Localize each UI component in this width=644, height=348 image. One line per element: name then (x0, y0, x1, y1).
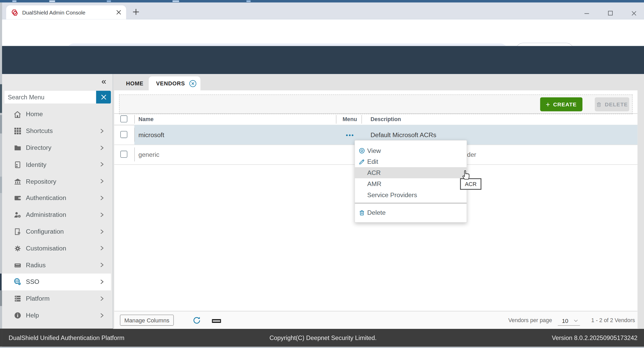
sso-globe-gear-icon (13, 278, 21, 286)
sidebar-item-radius[interactable]: Radius (0, 257, 111, 273)
column-divider (134, 115, 135, 124)
sidebar-item-sso[interactable]: SSO (0, 273, 111, 290)
context-menu-label: AMR (367, 180, 381, 188)
hand-cursor-icon (461, 168, 471, 180)
folder-icon (13, 144, 21, 152)
sidebar-item-label: Directory (26, 144, 51, 152)
tab-close-icon[interactable] (116, 10, 121, 15)
select-all-checkbox[interactable] (120, 115, 127, 122)
search-clear-button[interactable] (96, 91, 111, 103)
row-checkbox[interactable] (120, 151, 127, 158)
tab-home[interactable]: HOME (122, 76, 148, 90)
vendor-description-cell[interactable]: Default Microsoft ACRs (371, 131, 436, 139)
context-menu-item-acr[interactable]: ACR (355, 167, 467, 178)
refresh-icon[interactable] (192, 316, 201, 325)
vendor-name-cell[interactable]: microsoft (138, 131, 164, 139)
chevron-right-icon (99, 245, 105, 251)
chevron-right-icon (99, 128, 105, 134)
delete-button[interactable]: DELETE (595, 97, 629, 111)
desktop-fragment (12, 1, 17, 2)
column-header-description[interactable]: Description (371, 116, 401, 122)
create-button-label: CREATE (553, 101, 577, 107)
chevron-right-icon (99, 312, 105, 318)
acr-tooltip: ACR (460, 178, 482, 190)
vendor-description-partial[interactable]: der (467, 151, 476, 159)
server-box-icon (13, 262, 21, 269)
vendor-name-cell[interactable]: generic (138, 151, 159, 159)
chevron-down-icon (573, 318, 578, 323)
chevron-right-icon (99, 195, 105, 201)
create-button[interactable]: + CREATE (540, 97, 583, 111)
sidebar-item-label: Administration (26, 211, 66, 219)
context-menu-item-delete[interactable]: Delete (355, 207, 467, 218)
context-menu-item-edit[interactable]: Edit (355, 156, 467, 167)
new-tab-icon[interactable] (133, 9, 139, 15)
context-menu-label: View (367, 147, 381, 154)
grid-icon (13, 127, 21, 135)
gear-icon (13, 245, 21, 252)
column-header-name[interactable]: Name (138, 116, 153, 122)
sidebar-item-customisation[interactable]: Customisation (0, 240, 111, 257)
sidebar-item-administration[interactable]: Administration (0, 206, 111, 223)
sidebar-item-home[interactable]: Home (0, 106, 111, 123)
drag-handle-icon[interactable] (212, 319, 221, 323)
context-menu-label: Service Providers (367, 191, 417, 199)
row-checkbox[interactable] (120, 131, 127, 138)
context-menu-item-service-providers[interactable]: Service Providers (355, 189, 467, 201)
chevron-right-icon (99, 212, 105, 218)
row-menu-dots-icon[interactable]: ••• (346, 132, 354, 138)
sidebar-item-shortcuts[interactable]: Shortcuts (0, 123, 111, 139)
context-menu-item-view[interactable]: View (355, 145, 467, 156)
user-gear-icon (13, 211, 21, 219)
manage-columns-button[interactable]: Manage Columns (120, 315, 174, 326)
per-page-select[interactable]: 10 (558, 316, 580, 326)
sidebar-item-identity[interactable]: Identity (0, 156, 111, 173)
desktop-fragment (49, 1, 55, 2)
sidebar-item-label: Home (26, 111, 43, 118)
sidebar-item-help[interactable]: Help (0, 307, 111, 324)
browser-tab-title: DualShield Admin Console (22, 9, 116, 16)
browser-tab[interactable]: DualShield Admin Console (6, 5, 126, 19)
context-menu-label: Edit (367, 158, 378, 165)
status-footer: DualShield Unified Authentication Platfo… (2, 329, 644, 347)
sidebar-item-label: Identity (26, 161, 46, 168)
window-maximize-icon[interactable] (605, 8, 616, 18)
context-menu-item-amr[interactable]: AMR (355, 178, 467, 189)
sidebar-menu: Home Shortcuts Directory Identity Reposi… (0, 106, 111, 324)
table-border (114, 113, 637, 114)
per-page-value: 10 (562, 317, 568, 324)
document-gear-icon (13, 228, 21, 235)
footer-copyright-text: Copyright(C) Deepnet Security Limited. (2, 334, 644, 341)
sidebar-collapse-icon[interactable]: « (101, 77, 108, 85)
column-header-menu[interactable]: Menu (343, 116, 357, 122)
sidebar-item-platform[interactable]: Platform (0, 290, 111, 307)
eye-icon (359, 147, 365, 154)
sidebar-search (4, 91, 111, 103)
sidebar-item-label: Configuration (26, 228, 64, 235)
browser-tab-strip: DualShield Admin Console (2, 3, 644, 19)
chevron-right-icon (99, 229, 105, 234)
tab-vendors-close-icon[interactable] (189, 79, 197, 87)
info-icon (13, 312, 21, 319)
plus-icon: + (546, 101, 550, 108)
column-divider (134, 147, 135, 161)
window-close-icon[interactable] (628, 8, 639, 18)
sidebar-item-configuration[interactable]: Configuration (0, 223, 111, 240)
column-divider (336, 115, 337, 124)
bank-icon (13, 178, 21, 185)
context-menu-label: Delete (367, 209, 386, 216)
chevron-right-icon (99, 178, 105, 184)
browser-toolbar: demo.la.deepnetid.com:8073/dac/#/SSO/ven… (2, 19, 644, 46)
sidebar-item-authentication[interactable]: Authentication (0, 190, 111, 206)
chevron-right-icon (99, 279, 105, 285)
pencil-icon (359, 158, 365, 165)
desktop-bottom-sliver (0, 347, 644, 348)
tab-vendors[interactable]: VENDORS (149, 76, 201, 90)
search-menu-input[interactable] (4, 91, 96, 103)
window-minimize-icon[interactable] (581, 8, 592, 18)
sidebar-item-repository[interactable]: Repository (0, 173, 111, 190)
favicon-dualshield-icon (11, 9, 18, 16)
desktop-fragment (107, 1, 111, 2)
sidebar-item-directory[interactable]: Directory (0, 139, 111, 156)
sidebar-item-label: Repository (26, 178, 56, 185)
